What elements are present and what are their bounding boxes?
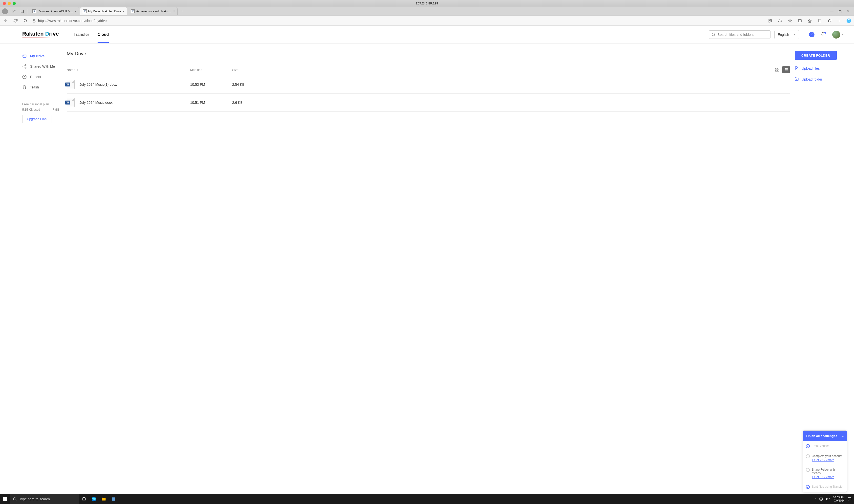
- mac-close-button[interactable]: [3, 2, 6, 5]
- tab-title: My Drive | Rakuten Drive: [88, 10, 121, 13]
- sync-status-icon[interactable]: ✓: [809, 32, 815, 37]
- column-modified[interactable]: Modified: [190, 68, 232, 72]
- column-label: Name: [67, 68, 75, 72]
- maximize-window-button[interactable]: ▢: [838, 10, 842, 13]
- challenge-text: Sent files using Transfer: [812, 485, 843, 489]
- close-icon[interactable]: ×: [123, 10, 125, 13]
- column-size[interactable]: Size: [232, 68, 262, 72]
- svg-rect-1: [15, 10, 16, 11]
- create-folder-button[interactable]: CREATE FOLDER: [795, 51, 837, 60]
- lock-icon: [32, 19, 36, 23]
- divider: [795, 88, 844, 88]
- upload-folder-icon: [795, 77, 799, 82]
- browser-tab[interactable]: R My Drive | Rakuten Drive ×: [80, 7, 127, 15]
- sidebar-item-recent[interactable]: Recent: [22, 72, 59, 82]
- svg-rect-8: [769, 21, 770, 22]
- favicon-icon: R: [32, 10, 36, 13]
- minimize-window-button[interactable]: —: [830, 10, 834, 13]
- favicon-icon: R: [83, 10, 87, 13]
- nav-tab-cloud[interactable]: Cloud: [97, 26, 109, 43]
- close-icon[interactable]: ×: [173, 10, 175, 13]
- extensions-icon[interactable]: [826, 18, 833, 24]
- actions-panel: CREATE FOLDER Upload files Upload folder: [795, 43, 854, 494]
- sidebar-item-shared[interactable]: Shared With Me: [22, 61, 59, 72]
- window-title: 207.246.89.129: [416, 1, 438, 5]
- challenge-link[interactable]: + Get 2 GB more: [812, 458, 842, 462]
- chevron-down-icon: ▼: [842, 33, 844, 36]
- favorites-list-icon[interactable]: [806, 18, 813, 24]
- search-button[interactable]: [22, 18, 29, 24]
- svg-point-12: [712, 33, 715, 36]
- copilot-icon[interactable]: [846, 18, 852, 23]
- upload-files-link[interactable]: Upload files: [795, 66, 844, 71]
- page-title: My Drive: [67, 51, 790, 57]
- challenges-header[interactable]: Finish all challenges ⌄: [803, 431, 847, 441]
- sidebar-item-mydrive[interactable]: My Drive: [22, 51, 59, 61]
- favorite-icon[interactable]: [787, 18, 793, 24]
- file-modified: 10:51 PM: [190, 101, 232, 105]
- close-icon[interactable]: ×: [75, 10, 77, 13]
- read-aloud-icon[interactable]: A)): [777, 18, 783, 24]
- svg-rect-3: [21, 10, 24, 13]
- upload-files-label: Upload files: [802, 67, 820, 70]
- sidebar-item-label: Recent: [30, 75, 41, 79]
- chevron-down-icon[interactable]: ⌄: [842, 435, 844, 437]
- challenge-item: Complete your account + Get 2 GB more: [803, 451, 847, 465]
- user-menu[interactable]: ▼: [832, 31, 844, 38]
- challenge-item: Share Folder with friends + Get 1 GB mor…: [803, 465, 847, 482]
- upload-file-icon: [795, 66, 799, 71]
- storage-used: 5.15 KB used: [22, 108, 40, 111]
- url-text: https://www.rakuten-drive.com/cloud/mydr…: [38, 19, 107, 23]
- notifications-button[interactable]: [821, 32, 826, 37]
- search-field[interactable]: [717, 33, 768, 37]
- chevron-down-icon: ▼: [794, 33, 796, 36]
- refresh-button[interactable]: [12, 18, 19, 24]
- svg-rect-2: [13, 12, 14, 13]
- language-label: English: [778, 33, 789, 37]
- list-view-button[interactable]: [782, 66, 790, 73]
- file-size: 2.54 KB: [232, 83, 262, 87]
- collections-icon[interactable]: [816, 18, 823, 24]
- nav-tab-transfer[interactable]: Transfer: [74, 26, 89, 43]
- browser-tab[interactable]: R Rakuten Drive - ACHIEVE MORE ×: [30, 7, 79, 15]
- challenge-text: Share Folder with friends: [812, 468, 844, 475]
- svg-rect-5: [33, 20, 35, 22]
- svg-rect-19: [778, 68, 779, 69]
- app-header: Rakuten Drive Transfer Cloud English ▼ ✓…: [0, 26, 854, 43]
- plan-label: Free personal plan: [22, 102, 59, 106]
- mac-minimize-button[interactable]: [8, 2, 11, 5]
- app-available-icon[interactable]: [767, 18, 774, 24]
- logo[interactable]: Rakuten Drive: [22, 31, 59, 38]
- search-input[interactable]: [709, 30, 770, 39]
- challenges-panel: Finish all challenges ⌄ ✓ Email verified…: [803, 430, 847, 492]
- tab-actions-icon[interactable]: [19, 8, 26, 15]
- close-window-button[interactable]: ✕: [847, 10, 850, 13]
- new-tab-button[interactable]: +: [179, 8, 185, 14]
- column-name[interactable]: Name ↑: [67, 68, 190, 72]
- split-screen-icon[interactable]: [797, 18, 803, 24]
- svg-point-15: [23, 66, 24, 67]
- profile-avatar-icon[interactable]: [2, 8, 8, 14]
- file-row[interactable]: W July 2024 Music.docx 10:51 PM 2.6 KB: [67, 94, 790, 112]
- url-field[interactable]: https://www.rakuten-drive.com/cloud/mydr…: [32, 19, 764, 23]
- tab-title: Achieve more with Rakuten Driv: [136, 10, 171, 13]
- file-row[interactable]: W July 2024 Music(1).docx 10:53 PM 2.54 …: [67, 76, 790, 94]
- logo-underline: [22, 38, 51, 38]
- browser-tab[interactable]: R Achieve more with Rakuten Driv ×: [128, 7, 178, 15]
- address-bar: https://www.rakuten-drive.com/cloud/mydr…: [0, 16, 854, 26]
- grid-view-button[interactable]: [774, 66, 781, 73]
- mac-fullscreen-button[interactable]: [13, 2, 16, 5]
- mac-titlebar: 207.246.89.129: [0, 0, 854, 7]
- challenge-link[interactable]: + Get 1 GB more: [812, 475, 844, 479]
- tab-title: Rakuten Drive - ACHIEVE MORE: [38, 10, 73, 13]
- back-button[interactable]: [2, 18, 9, 24]
- language-select[interactable]: English ▼: [775, 30, 799, 39]
- workspaces-icon[interactable]: [11, 8, 18, 15]
- svg-rect-21: [778, 70, 779, 71]
- upload-folder-label: Upload folder: [802, 77, 822, 81]
- upgrade-plan-button[interactable]: Upgrade Plan: [22, 115, 51, 123]
- upload-folder-link[interactable]: Upload folder: [795, 77, 844, 82]
- favicon-icon: R: [131, 10, 134, 13]
- sidebar-item-trash[interactable]: Trash: [22, 82, 59, 92]
- more-icon[interactable]: ⋯: [836, 18, 843, 24]
